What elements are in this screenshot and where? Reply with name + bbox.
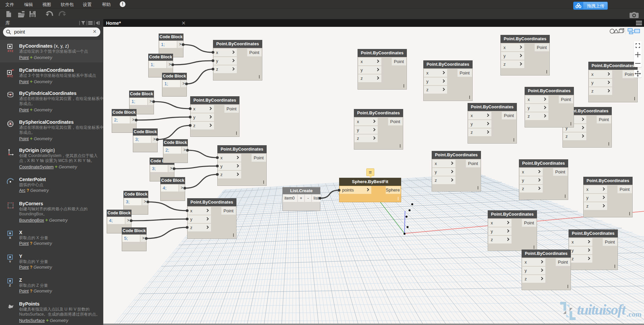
svg-text:XYZ: XYZ <box>7 74 13 77</box>
svg-text:Y: Y <box>9 260 11 263</box>
svg-text:Z: Z <box>9 284 11 287</box>
svg-text:XYZ: XYZ <box>7 49 13 53</box>
svg-text:X: X <box>9 236 11 239</box>
